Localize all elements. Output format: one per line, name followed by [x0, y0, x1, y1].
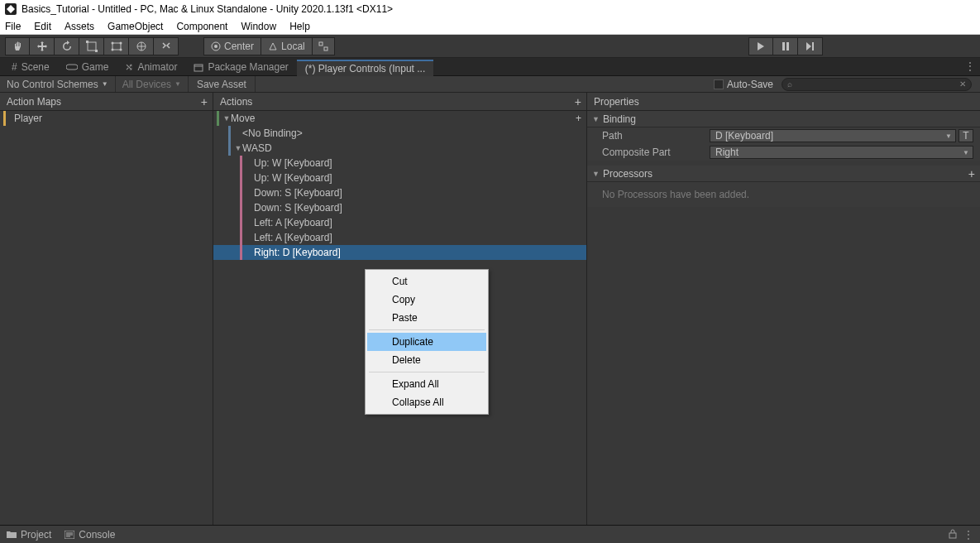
local-icon: [268, 41, 278, 51]
svg-marker-0: [7, 5, 15, 13]
ctx-collapse-all[interactable]: Collapse All: [367, 393, 486, 411]
input-actions-toolbar: No Control Schemes ▼ All Devices ▼ Save …: [0, 76, 980, 93]
add-action-button[interactable]: +: [575, 95, 581, 108]
menu-assets[interactable]: Assets: [65, 21, 94, 32]
ctx-expand-all[interactable]: Expand All: [367, 375, 486, 393]
devices-dropdown[interactable]: All Devices ▼: [116, 76, 189, 92]
tab-game[interactable]: Game: [58, 59, 117, 75]
menu-file[interactable]: File: [5, 21, 21, 32]
step-button[interactable]: [798, 37, 823, 55]
auto-save-toggle[interactable]: Auto-Save: [714, 79, 773, 90]
actions-header: Actions +: [213, 93, 586, 111]
ctx-cut[interactable]: Cut: [367, 272, 486, 291]
editor-tab-strip: # Scene Game ⤭ Animator Package Manager …: [0, 58, 980, 76]
composite-part-row[interactable]: Down: S [Keyboard]: [213, 185, 586, 200]
svg-rect-18: [812, 42, 814, 50]
svg-marker-14: [758, 42, 764, 50]
menu-component[interactable]: Component: [176, 21, 227, 32]
menu-window[interactable]: Window: [241, 21, 276, 32]
composite-part-row[interactable]: Left: A [Keyboard]: [213, 215, 586, 230]
control-schemes-dropdown[interactable]: No Control Schemes ▼: [0, 76, 116, 92]
input-actions-editor: Action Maps + Player Actions + ▼ Move +: [0, 93, 980, 543]
binding-section-header[interactable]: ▼ Binding: [587, 111, 980, 127]
composite-part-row[interactable]: Left: A [Keyboard]: [213, 230, 586, 245]
clear-search-icon[interactable]: ✕: [959, 79, 966, 89]
ctx-duplicate[interactable]: Duplicate: [367, 333, 486, 351]
binding-row[interactable]: <No Binding>: [213, 126, 586, 141]
ctx-copy[interactable]: Copy: [367, 291, 486, 309]
save-asset-button[interactable]: Save Asset: [189, 76, 256, 92]
tab-project[interactable]: Project: [7, 529, 51, 541]
add-action-map-button[interactable]: +: [201, 95, 208, 108]
composite-part-property-row: Composite Part Right ▼: [587, 144, 980, 161]
binding-bar-icon: [228, 126, 231, 141]
animator-icon: ⤭: [125, 61, 133, 73]
context-menu: Cut Copy Paste Duplicate Delete Expand A…: [365, 269, 489, 415]
ctx-delete[interactable]: Delete: [367, 351, 486, 369]
center-icon: [211, 41, 221, 51]
expand-arrow-icon: ▼: [592, 170, 600, 178]
custom-tool-button[interactable]: [154, 37, 179, 55]
search-input[interactable]: ⌕ ✕: [782, 78, 972, 91]
window-titlebar: Basics_Tutorial - Untitled - PC, Mac & L…: [0, 0, 980, 18]
transform-tool-button[interactable]: [129, 37, 154, 55]
composite-part-row[interactable]: Down: S [Keyboard]: [213, 200, 586, 215]
tab-overflow-icon[interactable]: ⋮: [965, 60, 975, 72]
expand-arrow-icon[interactable]: ▼: [222, 114, 231, 123]
rect-tool-button[interactable]: [104, 37, 129, 55]
expand-arrow-icon: ▼: [592, 115, 600, 123]
pivot-center-toggle[interactable]: Center: [203, 37, 261, 55]
svg-rect-16: [786, 42, 789, 50]
tab-scene[interactable]: # Scene: [3, 59, 58, 75]
svg-rect-4: [112, 43, 121, 50]
scale-tool-button[interactable]: [79, 37, 104, 55]
add-processor-button[interactable]: +: [968, 167, 975, 180]
ctx-paste[interactable]: Paste: [367, 309, 486, 327]
expand-arrow-icon[interactable]: ▼: [234, 144, 242, 152]
pause-button[interactable]: [773, 37, 798, 55]
composite-part-row-selected[interactable]: Right: D [Keyboard]: [213, 245, 586, 260]
action-map-row[interactable]: Player: [0, 111, 213, 126]
main-menubar: File Edit Assets GameObject Component Wi…: [0, 18, 980, 35]
tab-console[interactable]: Console: [65, 529, 115, 541]
action-row[interactable]: ▼ Move +: [213, 111, 586, 126]
menu-help[interactable]: Help: [289, 21, 310, 32]
move-tool-button[interactable]: [30, 37, 55, 55]
tab-player-controls[interactable]: (*) Player Controls (Input ...: [297, 60, 433, 76]
lock-icon[interactable]: [949, 529, 957, 541]
listen-button[interactable]: T: [958, 129, 973, 142]
rotation-local-toggle[interactable]: Local: [261, 37, 313, 55]
game-icon: [66, 63, 78, 71]
action-maps-panel: Action Maps + Player: [0, 93, 213, 543]
svg-rect-19: [66, 65, 78, 70]
path-dropdown[interactable]: D [Keyboard] ▼: [710, 129, 956, 142]
svg-marker-17: [806, 42, 811, 50]
menu-gameobject[interactable]: GameObject: [108, 21, 163, 32]
part-bar-icon: [240, 230, 242, 245]
composite-row[interactable]: ▼ WASD: [213, 141, 586, 156]
svg-rect-22: [949, 533, 956, 538]
composite-part-dropdown[interactable]: Right ▼: [710, 146, 973, 159]
tab-animator[interactable]: ⤭ Animator: [117, 59, 185, 75]
svg-rect-13: [324, 47, 327, 50]
rotate-tool-button[interactable]: [55, 37, 79, 55]
snap-toggle[interactable]: [313, 37, 335, 55]
composite-part-row[interactable]: Up: W [Keyboard]: [213, 156, 586, 171]
window-title: Basics_Tutorial - Untitled - PC, Mac & L…: [22, 3, 393, 15]
hand-tool-button[interactable]: [5, 37, 30, 55]
ctx-separator: [369, 372, 485, 372]
svg-rect-2: [86, 41, 88, 43]
chevron-down-icon: ▼: [102, 80, 108, 88]
processors-section-header[interactable]: ▼ Processors +: [587, 166, 980, 182]
part-bar-icon: [240, 171, 242, 185]
properties-header: Properties: [587, 93, 980, 111]
svg-point-10: [214, 45, 218, 48]
action-maps-header: Action Maps +: [0, 93, 213, 111]
tab-package-manager[interactable]: Package Manager: [185, 59, 296, 75]
checkbox-icon: [714, 79, 724, 89]
play-button[interactable]: [748, 37, 773, 55]
panel-menu-icon[interactable]: ⋮: [963, 529, 973, 541]
add-binding-button[interactable]: +: [576, 113, 581, 124]
composite-part-row[interactable]: Up: W [Keyboard]: [213, 171, 586, 185]
menu-edit[interactable]: Edit: [34, 21, 51, 32]
